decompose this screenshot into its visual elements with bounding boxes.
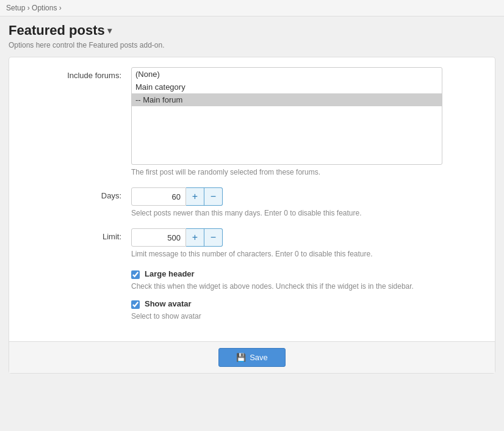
breadcrumb-sep-2: ›	[59, 4, 62, 12]
show-avatar-checkbox-label[interactable]: Show avatar	[145, 299, 192, 308]
days-input[interactable]	[131, 187, 186, 206]
large-header-checkbox-label[interactable]: Large header	[145, 269, 195, 278]
save-icon: 💾	[236, 353, 246, 362]
page-subtitle: Options here control the Featured posts …	[9, 41, 495, 49]
include-forums-label: Include forums:	[21, 67, 131, 80]
page-title-text: Featured posts	[9, 23, 105, 38]
form-panel: Include forums: (None) Main category -- …	[9, 57, 495, 374]
days-control: + − Select posts newer than this many da…	[131, 187, 483, 217]
show-avatar-help-text: Select to show avatar	[131, 312, 483, 321]
breadcrumb-setup[interactable]: Setup	[6, 4, 25, 12]
days-number-control: + −	[131, 187, 483, 206]
limit-control: + − Limit message to this number of char…	[131, 228, 483, 258]
forum-help-text: The first post will be randomly selected…	[131, 168, 483, 176]
limit-label: Limit:	[21, 228, 131, 241]
days-increment-button[interactable]: +	[186, 187, 204, 206]
limit-help-text: Limit message to this number of characte…	[131, 250, 483, 258]
forum-option-none[interactable]: (None)	[132, 68, 442, 81]
forum-option-main-category[interactable]: Main category	[132, 81, 442, 93]
include-forums-control: (None) Main category -- Main forum The f…	[131, 67, 483, 176]
show-avatar-checkbox-row: Show avatar	[131, 299, 483, 309]
large-header-checkbox-row: Large header	[131, 269, 483, 279]
show-avatar-section: Show avatar Select to show avatar	[131, 299, 483, 321]
days-label: Days:	[21, 187, 131, 200]
limit-increment-button[interactable]: +	[186, 228, 204, 247]
large-header-section: Large header Check this when the widget …	[131, 269, 483, 291]
form-footer: 💾 Save	[9, 341, 495, 373]
breadcrumb-bar: Setup › Options ›	[0, 0, 504, 16]
save-button[interactable]: 💾 Save	[218, 348, 286, 367]
limit-decrement-button[interactable]: −	[204, 228, 223, 247]
dropdown-arrow-icon[interactable]: ▾	[107, 26, 112, 35]
days-row: Days: + − Select posts newer than this m…	[21, 187, 483, 217]
breadcrumb-sep-1: ›	[27, 4, 32, 12]
save-label: Save	[250, 353, 268, 362]
show-avatar-checkbox[interactable]	[131, 300, 140, 309]
days-decrement-button[interactable]: −	[204, 187, 223, 206]
breadcrumb-options[interactable]: Options	[32, 4, 57, 12]
limit-input[interactable]	[131, 228, 186, 247]
include-forums-row: Include forums: (None) Main category -- …	[21, 67, 483, 176]
large-header-help-text: Check this when the widget is above node…	[131, 282, 483, 291]
large-header-checkbox[interactable]	[131, 270, 140, 279]
large-header-row: Large header Check this when the widget …	[21, 269, 483, 321]
days-help-text: Select posts newer than this many days. …	[131, 209, 483, 217]
limit-number-control: + −	[131, 228, 483, 247]
forum-option-main-forum[interactable]: -- Main forum	[132, 93, 442, 106]
page-title: Featured posts ▾	[9, 23, 495, 38]
limit-row: Limit: + − Limit message to this number …	[21, 228, 483, 258]
forum-select[interactable]: (None) Main category -- Main forum	[131, 67, 442, 165]
